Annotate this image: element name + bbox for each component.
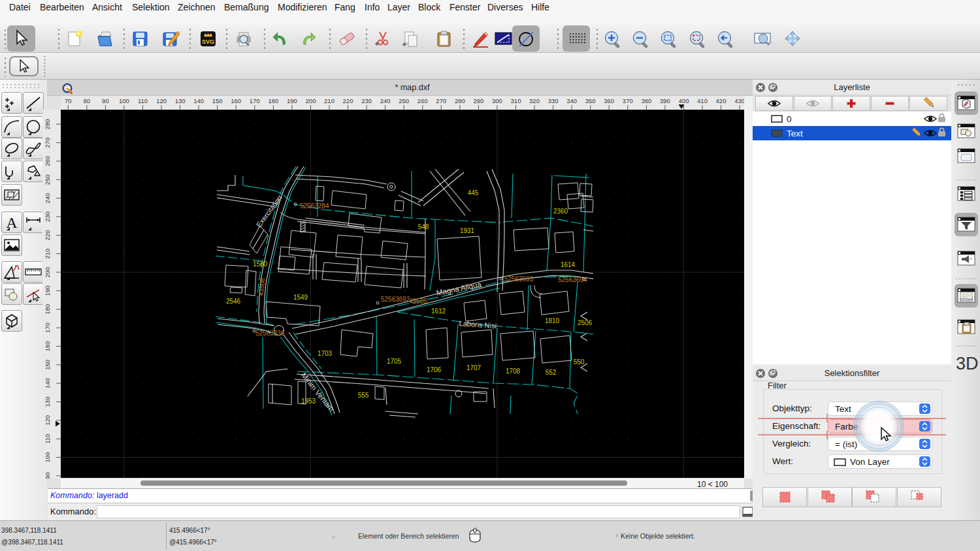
svg-text:130: 130: [175, 97, 186, 104]
svg-text:90: 90: [44, 473, 51, 479]
svg-text:1612: 1612: [431, 307, 446, 315]
svg-text:180: 180: [268, 97, 278, 104]
svg-text:550: 550: [574, 358, 585, 366]
svg-text:555: 555: [358, 392, 369, 399]
svg-text:190: 190: [287, 97, 297, 104]
svg-text:430: 430: [734, 97, 745, 104]
svg-text:260: 260: [417, 97, 428, 104]
svg-text:2546: 2546: [226, 298, 241, 305]
svg-text:command: command: [960, 298, 973, 301]
svg-text:2360: 2360: [553, 208, 568, 215]
svg-text:220: 220: [44, 230, 51, 240]
svg-text:1580: 1580: [253, 260, 268, 268]
svg-text:170: 170: [250, 97, 260, 104]
svg-text:70: 70: [65, 97, 72, 104]
svg-text:80: 80: [84, 97, 91, 104]
svg-text:52563692: 52563692: [381, 296, 410, 303]
svg-text:1707: 1707: [466, 364, 482, 371]
svg-text:1549: 1549: [293, 294, 308, 301]
svg-text:300: 300: [492, 97, 502, 104]
svg-text:230: 230: [44, 212, 51, 222]
svg-text:390: 390: [660, 97, 670, 104]
svg-text:130: 130: [44, 397, 51, 407]
svg-text:330: 330: [548, 97, 559, 104]
svg-text:170: 170: [44, 323, 51, 333]
svg-text:Laboris Nisi: Laboris Nisi: [459, 319, 497, 330]
svg-text:280: 280: [455, 97, 465, 104]
svg-text:1614: 1614: [561, 261, 576, 268]
svg-text:350: 350: [585, 97, 596, 104]
svg-text:310: 310: [511, 97, 521, 104]
svg-text:160: 160: [44, 341, 51, 351]
svg-text:110: 110: [44, 434, 51, 444]
svg-text:240: 240: [380, 97, 391, 104]
svg-text:160: 160: [231, 97, 241, 104]
svg-text:43505: 43505: [409, 298, 427, 305]
svg-text:150: 150: [44, 360, 51, 370]
svg-text:552: 552: [546, 369, 557, 376]
svg-text:280: 280: [44, 119, 51, 129]
svg-text:400: 400: [679, 97, 689, 104]
svg-text:370: 370: [623, 97, 633, 104]
svg-text:190: 190: [44, 285, 51, 296]
svg-text:270: 270: [44, 138, 51, 148]
svg-text:SVG: SVG: [202, 39, 214, 45]
svg-text:120: 120: [156, 97, 167, 104]
svg-text:1703: 1703: [318, 350, 333, 357]
svg-text:100: 100: [119, 97, 129, 104]
svg-text:0: 0: [787, 114, 792, 124]
svg-text:1708: 1708: [506, 368, 521, 375]
svg-text:120: 120: [44, 415, 51, 426]
svg-text:1706: 1706: [427, 366, 442, 373]
svg-text:290: 290: [473, 97, 483, 104]
svg-text:230: 230: [361, 97, 372, 104]
svg-text:548: 548: [418, 223, 429, 230]
svg-text:240: 240: [44, 193, 51, 204]
svg-text:220: 220: [343, 97, 353, 104]
svg-text:250: 250: [44, 174, 51, 185]
svg-text:1953: 1953: [301, 398, 316, 405]
svg-text:1931: 1931: [460, 227, 475, 234]
svg-text:100: 100: [44, 452, 51, 463]
svg-text:90: 90: [102, 97, 109, 104]
svg-text:360: 360: [604, 97, 614, 104]
svg-text:340: 340: [566, 97, 577, 104]
svg-text:140: 140: [193, 97, 204, 104]
svg-text:180: 180: [44, 304, 51, 315]
svg-text:52563693: 52563693: [504, 276, 534, 283]
svg-text:380: 380: [641, 97, 651, 104]
svg-text:Minim Veniam: Minim Veniam: [300, 371, 336, 413]
svg-text:210: 210: [324, 97, 335, 104]
svg-text:140: 140: [44, 378, 51, 388]
svg-text:250: 250: [399, 97, 409, 104]
svg-text:260: 260: [44, 156, 51, 166]
svg-text:200: 200: [44, 267, 51, 277]
svg-text:270: 270: [436, 97, 446, 104]
svg-text:445: 445: [468, 189, 479, 197]
svg-text:200: 200: [306, 97, 316, 104]
svg-text:52563236: 52563236: [255, 330, 285, 337]
svg-text:2506: 2506: [578, 319, 593, 326]
svg-text:110: 110: [138, 97, 148, 104]
svg-text:420: 420: [716, 97, 727, 104]
svg-text:1705: 1705: [387, 358, 402, 365]
svg-text:210: 210: [44, 249, 51, 259]
svg-text:1810: 1810: [545, 317, 560, 324]
svg-text:410: 410: [697, 97, 708, 104]
svg-text:150: 150: [212, 97, 223, 104]
svg-text:Text: Text: [787, 129, 803, 138]
svg-text:320: 320: [529, 97, 540, 104]
svg-text:52563284: 52563284: [300, 202, 329, 210]
